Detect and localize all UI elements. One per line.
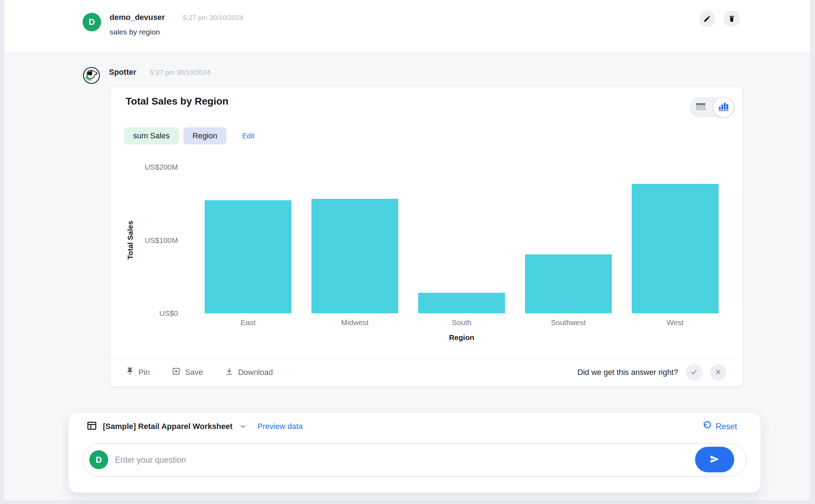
reset-label: Reset <box>716 422 737 431</box>
download-icon <box>225 367 233 378</box>
user-avatar: D <box>83 13 101 31</box>
send-button[interactable] <box>695 447 734 472</box>
chevron-down-icon[interactable] <box>240 423 247 430</box>
worksheet-icon <box>87 421 97 432</box>
x-tick-label-south: South <box>408 318 515 327</box>
bar-east[interactable] <box>205 200 291 313</box>
view-toggle <box>689 97 735 117</box>
pin-label: Pin <box>138 368 150 377</box>
feedback-group: Did we get this answer right? <box>578 364 726 381</box>
query-chip-measure[interactable]: sum Sales <box>124 127 179 144</box>
table-icon <box>695 102 706 113</box>
username: demo_devuser <box>110 13 165 22</box>
trash-icon <box>728 15 736 23</box>
answer-card: Total Sales by Region <box>110 87 743 387</box>
query-chip-attribute[interactable]: Region <box>183 127 227 144</box>
bar-southwest[interactable] <box>525 254 612 313</box>
app-frame: D demo_devuser 5:27 pm 30/10/2024 sales … <box>0 0 815 504</box>
pin-icon <box>126 367 134 378</box>
chat-content: D demo_devuser 5:27 pm 30/10/2024 sales … <box>4 0 810 500</box>
check-icon <box>690 368 698 377</box>
worksheet-selector-row: [Sample] Retail Apparel Worksheet Previe… <box>87 419 303 434</box>
edit-message-button[interactable] <box>699 11 715 27</box>
spotter-dog-logo-icon <box>83 79 100 85</box>
x-tick-label-southwest: Southwest <box>515 318 622 327</box>
close-icon <box>715 368 722 377</box>
pin-button[interactable]: Pin <box>126 367 150 378</box>
x-axis-title: Region <box>195 333 729 342</box>
question-input-container: D <box>83 443 747 477</box>
reset-button[interactable]: Reset <box>702 419 737 434</box>
save-plus-icon <box>172 367 180 378</box>
question-input[interactable] <box>114 444 678 476</box>
y-axis-ticks: US$0US$100MUS$200M <box>110 151 178 313</box>
download-label: Download <box>238 368 273 377</box>
table-view-button[interactable] <box>691 97 711 117</box>
paper-plane-icon <box>710 454 720 465</box>
x-tick-label-midwest: Midwest <box>301 318 408 327</box>
y-tick-label: US$200M <box>110 162 178 172</box>
answer-title: Total Sales by Region <box>126 96 228 107</box>
reset-icon <box>702 421 711 432</box>
x-tick-label-west: West <box>622 318 729 327</box>
worksheet-selector[interactable]: [Sample] Retail Apparel Worksheet <box>103 422 232 431</box>
x-tick-label-east: East <box>195 318 301 327</box>
feedback-yes-button[interactable] <box>686 364 702 381</box>
x-axis-labels: EastMidwestSouthSouthwestWest <box>195 318 729 328</box>
composer-avatar: D <box>89 450 108 469</box>
chips-row: sum SalesRegionEdit <box>124 127 254 144</box>
save-label: Save <box>185 368 203 377</box>
preview-data-link[interactable]: Preview data <box>257 422 303 431</box>
bar-west[interactable] <box>632 184 719 313</box>
pencil-icon <box>703 15 711 23</box>
y-tick-label: US$100M <box>110 235 178 245</box>
edit-query-link[interactable]: Edit <box>242 132 254 140</box>
feedback-question: Did we get this answer right? <box>578 368 678 377</box>
chart-view-button[interactable] <box>714 97 734 117</box>
bot-message-timestamp: 5:27 pm 30/10/2024 <box>150 69 210 76</box>
user-message-timestamp: 5:27 pm 30/10/2024 <box>183 14 243 22</box>
bar-chart-icon <box>718 102 729 113</box>
answer-card-footer: Pin Save Download Did we get this answer… <box>110 358 743 387</box>
composer: [Sample] Retail Apparel Worksheet Previe… <box>69 413 761 493</box>
bar-midwest[interactable] <box>311 199 398 313</box>
bot-name: Spotter <box>109 68 136 77</box>
y-tick-label: US$0 <box>110 308 178 318</box>
plot-area <box>195 151 729 313</box>
bar-south[interactable] <box>418 293 505 313</box>
delete-message-button[interactable] <box>724 11 740 27</box>
user-message-row: D demo_devuser 5:27 pm 30/10/2024 sales … <box>4 0 810 52</box>
download-button[interactable]: Download <box>225 367 273 378</box>
composer-avatar-initial: D <box>96 455 102 465</box>
feedback-no-button[interactable] <box>710 364 726 381</box>
user-message-text: sales by region <box>110 28 160 36</box>
spotter-avatar <box>83 67 100 84</box>
save-button[interactable]: Save <box>172 367 203 378</box>
user-avatar-initial: D <box>89 17 95 27</box>
